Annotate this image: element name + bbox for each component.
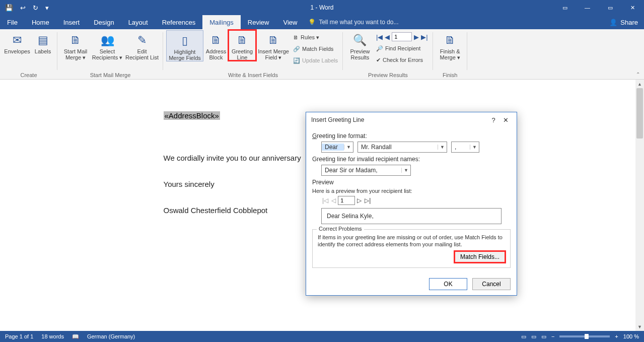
tab-insert[interactable]: Insert xyxy=(56,15,87,29)
address-block-label: Address Block xyxy=(206,48,226,60)
address-block-field[interactable]: «AddressBlock» xyxy=(164,111,220,120)
first-record-icon[interactable]: |◀ xyxy=(376,33,383,41)
select-recipients-button[interactable]: 👥 Select Recipients ▾ xyxy=(91,30,124,60)
address-block-button[interactable]: 🗎 Address Block xyxy=(203,30,229,60)
salutation-combo[interactable]: Dear ▼ xyxy=(321,142,353,153)
zoom-level[interactable]: 100 % xyxy=(623,333,639,339)
start-mail-merge-button[interactable]: 🗎 Start Mail Merge ▾ xyxy=(60,30,91,60)
group-finish-label: Finish xyxy=(436,72,464,79)
cancel-button[interactable]: Cancel xyxy=(472,278,511,290)
read-mode-icon[interactable]: ▭ xyxy=(521,333,526,340)
scroll-thumb[interactable] xyxy=(636,88,643,139)
share-button[interactable]: 👤 Share xyxy=(609,19,638,26)
collapse-ribbon-icon[interactable]: ⌃ xyxy=(636,72,640,77)
language-status[interactable]: German (Germany) xyxy=(87,333,135,339)
highlight-merge-fields-button[interactable]: ▯ Highlight Merge Fields xyxy=(166,30,203,61)
preview-results-button[interactable]: 🔍 Preview Results xyxy=(346,30,374,65)
insert-merge-field-button[interactable]: 🗎 Insert Merge Field ▾ xyxy=(256,30,291,60)
chevron-down-icon: ▼ xyxy=(470,145,479,150)
ok-button[interactable]: OK xyxy=(429,278,467,290)
start-mail-merge-label: Start Mail Merge ▾ xyxy=(64,48,87,60)
ribbon: ✉ Envelopes ▤ Labels Create 🗎 Start Mail… xyxy=(0,29,644,80)
tab-file[interactable]: File xyxy=(0,15,25,29)
group-finish: 🗎 Finish & Merge ▾ Finish xyxy=(433,29,467,79)
highlight-icon: ▯ xyxy=(177,33,193,49)
page-status[interactable]: Page 1 of 1 xyxy=(5,333,33,339)
tab-review[interactable]: Review xyxy=(241,15,276,29)
preview-record-nav: |◁ ◁ ▷ ▷| xyxy=(321,196,511,205)
preview-last-icon[interactable]: ▷| xyxy=(364,197,372,204)
zoom-slider[interactable] xyxy=(559,335,610,337)
tell-me-search[interactable]: 💡 Tell me what you want to do... xyxy=(308,19,398,26)
chevron-down-icon: ▼ xyxy=(344,145,353,150)
proofing-icon[interactable]: 📖 xyxy=(72,333,79,340)
ribbon-tabs: File Home Insert Design Layout Reference… xyxy=(0,15,644,29)
redo-icon[interactable]: ↻ xyxy=(33,4,38,12)
check-errors-button[interactable]: ✔Check for Errors xyxy=(376,55,428,65)
update-labels-label: Update Labels xyxy=(302,57,338,63)
greeting-line-button[interactable]: 🗎 Greeting Line xyxy=(229,30,256,60)
document-icon: 🗎 xyxy=(67,32,84,48)
finish-merge-button[interactable]: 🗎 Finish & Merge ▾ xyxy=(436,30,464,60)
close-window-icon[interactable]: ✕ xyxy=(621,0,644,15)
web-layout-icon[interactable]: ▭ xyxy=(541,333,546,340)
undo-icon[interactable]: ↩ xyxy=(20,4,26,12)
edit-recipient-list-button[interactable]: ✎ Edit Recipient List xyxy=(124,30,160,60)
preview-first-icon[interactable]: |◁ xyxy=(321,197,329,204)
ribbon-options-icon[interactable]: ▭ xyxy=(553,0,576,15)
preview-prev-icon[interactable]: ◁ xyxy=(330,197,337,204)
match-fields-label: Match Fields xyxy=(302,46,333,52)
preview-next-icon[interactable]: ▷ xyxy=(356,197,363,204)
word-count[interactable]: 18 words xyxy=(41,333,64,339)
last-record-icon[interactable]: ▶| xyxy=(421,33,427,41)
scroll-up-icon[interactable]: ▲ xyxy=(635,80,644,88)
find-recipient-button[interactable]: 🔎Find Recipient xyxy=(376,43,428,53)
zoom-in-icon[interactable]: + xyxy=(615,333,618,339)
status-bar: Page 1 of 1 18 words 📖 German (Germany) … xyxy=(0,331,644,342)
edit-list-icon: ✎ xyxy=(134,32,150,48)
group-create: ✉ Envelopes ▤ Labels Create xyxy=(0,29,57,79)
lightbulb-icon: 💡 xyxy=(308,19,316,26)
vertical-scrollbar[interactable]: ▲ ▼ xyxy=(635,80,644,331)
chevron-down-icon: ▼ xyxy=(401,168,410,173)
maximize-icon[interactable]: ▭ xyxy=(599,0,621,15)
tab-mailings[interactable]: Mailings xyxy=(202,15,241,29)
envelopes-button[interactable]: ✉ Envelopes xyxy=(3,30,31,54)
zoom-out-icon[interactable]: − xyxy=(551,333,554,339)
people-icon: 👥 xyxy=(99,32,115,48)
tab-home[interactable]: Home xyxy=(25,15,56,29)
title-bar: 💾 ↩ ↻ ▾ 1 - Word ▭ — ▭ ✕ xyxy=(0,0,644,15)
next-record-icon[interactable]: ▶ xyxy=(414,33,419,41)
name-format-combo[interactable]: Mr. Randall ▼ xyxy=(357,142,447,153)
qat-customize-icon[interactable]: ▾ xyxy=(45,4,49,12)
preview-index-input[interactable] xyxy=(338,196,355,205)
tab-view[interactable]: View xyxy=(276,15,304,29)
match-fields-dialog-button[interactable]: Match Fields... xyxy=(455,251,505,262)
preview-section-label: Preview xyxy=(312,179,511,186)
print-layout-icon[interactable]: ▭ xyxy=(531,333,536,340)
greeting-line-label: Greeting Line xyxy=(232,48,253,60)
record-number-input[interactable] xyxy=(392,32,412,41)
tab-references[interactable]: References xyxy=(155,15,202,29)
dialog-close-icon[interactable]: ✕ xyxy=(499,116,512,124)
scroll-down-icon[interactable]: ▼ xyxy=(635,322,644,331)
labels-button[interactable]: ▤ Labels xyxy=(31,30,54,54)
save-icon[interactable]: 💾 xyxy=(5,4,13,12)
finish-merge-label: Finish & Merge ▾ xyxy=(440,48,460,60)
chevron-down-icon: ▼ xyxy=(438,145,447,150)
tab-design[interactable]: Design xyxy=(87,15,121,29)
prev-record-icon[interactable]: ◀ xyxy=(385,33,390,41)
punctuation-combo[interactable]: , ▼ xyxy=(451,142,479,153)
finish-icon: 🗎 xyxy=(442,32,458,48)
match-fields-button[interactable]: 🔗Match Fields xyxy=(293,44,338,54)
share-icon: 👤 xyxy=(609,19,617,26)
rules-button[interactable]: 🗎Rules ▾ xyxy=(293,32,338,42)
tab-layout[interactable]: Layout xyxy=(121,15,155,29)
invalid-greeting-combo[interactable]: Dear Sir or Madam, ▼ xyxy=(321,165,411,176)
minimize-icon[interactable]: — xyxy=(576,0,599,15)
group-start-label: Start Mail Merge xyxy=(60,72,160,79)
invalid-names-label: Greeting line for invalid recipient name… xyxy=(312,156,511,163)
dialog-help-icon[interactable]: ? xyxy=(487,116,499,124)
check-errors-label: Check for Errors xyxy=(383,57,423,63)
write-small-buttons: 🗎Rules ▾ 🔗Match Fields 🔄Update Labels xyxy=(291,30,340,65)
